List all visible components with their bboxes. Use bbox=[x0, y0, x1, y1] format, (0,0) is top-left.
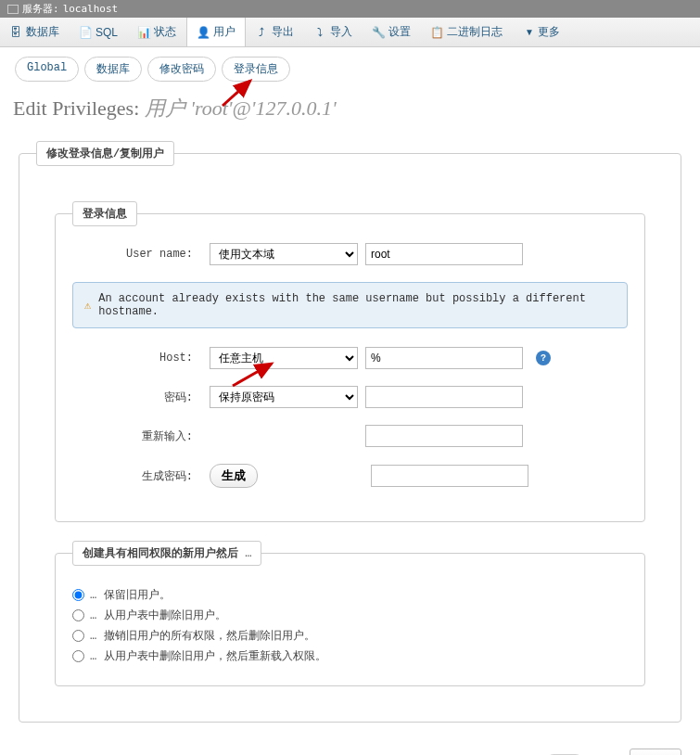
tab-label: 导入 bbox=[330, 24, 352, 40]
warning-icon: ⚠ bbox=[84, 299, 91, 313]
subtab-login-info[interactable]: 登录信息 bbox=[222, 57, 290, 82]
tab-settings[interactable]: 🔧 设置 bbox=[363, 18, 421, 46]
tab-binlog[interactable]: 📋 二进制日志 bbox=[421, 18, 513, 46]
tab-label: 导出 bbox=[272, 24, 294, 40]
input-generated-password[interactable] bbox=[371, 465, 528, 487]
label-retype: 重新输入: bbox=[72, 429, 202, 444]
title-prefix: Edit Privileges: bbox=[13, 96, 145, 120]
tab-sql[interactable]: 📄 SQL bbox=[70, 19, 128, 45]
fieldset-after-create: 创建具有相同权限的新用户然后 … … 保留旧用户。 … 从用户表中删除旧用户。 … bbox=[55, 541, 645, 686]
page-title: Edit Privileges: 用户 'root'@'127.0.0.1' bbox=[0, 91, 700, 141]
radio-label: 保留旧用户。 bbox=[104, 587, 171, 603]
input-username[interactable] bbox=[365, 243, 523, 265]
database-icon: 🗄 bbox=[9, 26, 22, 39]
label-host: Host: bbox=[72, 352, 202, 365]
radio-keep-old[interactable] bbox=[72, 589, 84, 601]
row-retype: 重新输入: bbox=[72, 425, 628, 447]
server-icon bbox=[7, 5, 19, 14]
tab-databases[interactable]: 🗄 数据库 bbox=[0, 18, 70, 46]
title-user-label: 用户 bbox=[145, 96, 185, 120]
radio-label: 从用户表中删除旧用户，然后重新载入权限。 bbox=[104, 648, 326, 664]
radio-label: 撤销旧用户的所有权限，然后删除旧用户。 bbox=[104, 628, 315, 644]
warning-text: An account already exists with the same … bbox=[98, 292, 616, 318]
tab-export[interactable]: ⤴ 导出 bbox=[246, 18, 304, 46]
radio-dots: … bbox=[90, 630, 98, 643]
breadcrumb: 服务器: localhost bbox=[0, 0, 700, 18]
radio-dots: … bbox=[90, 650, 98, 663]
fieldset-login-info: 登录信息 User name: 使用文本域 ⚠ An account alrea… bbox=[55, 201, 645, 522]
binlog-icon: 📋 bbox=[430, 26, 443, 39]
tab-label: 二进制日志 bbox=[447, 24, 503, 40]
subtab-change-password[interactable]: 修改密码 bbox=[147, 57, 216, 82]
label-generate: 生成密码: bbox=[72, 468, 202, 484]
tab-more[interactable]: ▼ 更多 bbox=[513, 18, 570, 46]
row-generate: 生成密码: 生成 bbox=[72, 464, 628, 488]
select-password-type[interactable]: 保持原密码 bbox=[210, 386, 358, 408]
tab-label: SQL bbox=[95, 26, 118, 39]
fieldset-edit-login: 修改登录信息/复制用户 登录信息 User name: 使用文本域 ⚠ An a… bbox=[19, 141, 681, 723]
input-retype-password[interactable] bbox=[365, 425, 523, 447]
select-username-type[interactable]: 使用文本域 bbox=[210, 243, 358, 265]
caret-down-icon: ▼ bbox=[525, 27, 534, 37]
radio-delete-reload[interactable] bbox=[72, 650, 84, 662]
radio-dots: … bbox=[90, 609, 98, 622]
input-host[interactable] bbox=[365, 347, 523, 369]
server-label: 服务器: bbox=[22, 2, 59, 16]
topnav: 🗄 数据库 📄 SQL 📊 状态 👤 用户 ⤴ 导出 ⤵ 导入 🔧 设置 📋 二… bbox=[0, 18, 700, 47]
footer: php 中文网 执行 bbox=[0, 741, 700, 755]
row-username: User name: 使用文本域 bbox=[72, 243, 628, 265]
users-icon: 👤 bbox=[197, 26, 210, 39]
sql-icon: 📄 bbox=[79, 26, 92, 39]
execute-button[interactable]: 执行 bbox=[630, 749, 681, 755]
radio-label: 从用户表中删除旧用户。 bbox=[104, 608, 226, 623]
subtab-database[interactable]: 数据库 bbox=[84, 57, 142, 82]
help-icon[interactable]: ? bbox=[536, 351, 551, 365]
title-user-value: 'root'@'127.0.0.1' bbox=[190, 96, 336, 120]
radio-row-delete-reload[interactable]: … 从用户表中删除旧用户，然后重新载入权限。 bbox=[72, 648, 628, 664]
label-password: 密码: bbox=[72, 390, 202, 405]
status-icon: 📊 bbox=[137, 26, 150, 39]
legend-after-create: 创建具有相同权限的新用户然后 … bbox=[72, 541, 261, 566]
radio-row-revoke[interactable]: … 撤销旧用户的所有权限，然后删除旧用户。 bbox=[72, 628, 628, 644]
radio-row-delete-table[interactable]: … 从用户表中删除旧用户。 bbox=[72, 608, 628, 623]
radio-row-keep[interactable]: … 保留旧用户。 bbox=[72, 587, 628, 603]
row-password: 密码: 保持原密码 bbox=[72, 386, 628, 408]
subtabs: Global 数据库 修改密码 登录信息 bbox=[0, 47, 700, 91]
warning-duplicate-account: ⚠ An account already exists with the sam… bbox=[72, 282, 628, 328]
subtab-global[interactable]: Global bbox=[15, 57, 79, 82]
settings-icon: 🔧 bbox=[372, 26, 385, 39]
import-icon: ⤵ bbox=[313, 26, 326, 39]
tab-import[interactable]: ⤵ 导入 bbox=[304, 18, 363, 46]
generate-button[interactable]: 生成 bbox=[210, 464, 258, 488]
row-host: Host: 任意主机 ? bbox=[72, 347, 628, 369]
radio-dots: … bbox=[90, 589, 98, 602]
legend-edit-login: 修改登录信息/复制用户 bbox=[36, 141, 174, 166]
tab-status[interactable]: 📊 状态 bbox=[128, 18, 186, 46]
radio-delete-from-table[interactable] bbox=[72, 609, 84, 621]
tab-label: 状态 bbox=[154, 24, 176, 40]
tab-label: 更多 bbox=[538, 24, 560, 40]
input-password[interactable] bbox=[365, 386, 523, 408]
tab-users[interactable]: 👤 用户 bbox=[186, 18, 246, 46]
label-username: User name: bbox=[72, 248, 202, 261]
legend-login-info: 登录信息 bbox=[72, 201, 137, 226]
select-host-type[interactable]: 任意主机 bbox=[210, 347, 358, 369]
tab-label: 设置 bbox=[388, 24, 411, 40]
export-icon: ⤴ bbox=[255, 26, 268, 39]
server-value: localhost bbox=[63, 3, 119, 15]
radio-revoke-delete[interactable] bbox=[72, 630, 84, 642]
tab-label: 用户 bbox=[213, 24, 235, 40]
tab-label: 数据库 bbox=[26, 24, 59, 40]
